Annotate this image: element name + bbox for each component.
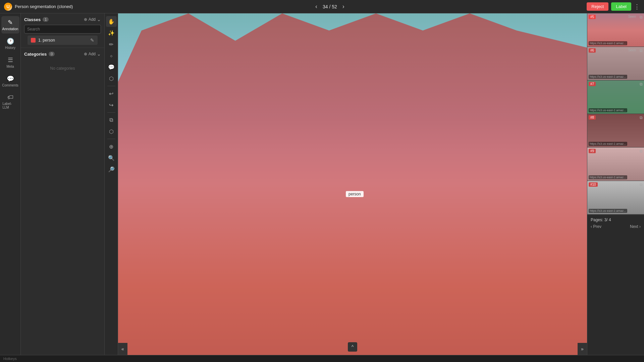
meta-icon: ☰ [8, 56, 13, 64]
logo: U [4, 3, 12, 11]
thumbnail-9[interactable]: #9 ⧉ https://s3.us-east-2.amaz... [587, 147, 644, 181]
thumb-badge-6: #6 [589, 48, 596, 53]
pagination-buttons: ‹ Prev Next › [591, 224, 641, 229]
tool-smart-button[interactable]: ✨ [106, 27, 117, 38]
sidebar-label-history: History [5, 46, 15, 50]
tool-separator-3 [107, 139, 115, 139]
canvas-area[interactable]: person « ^ » [118, 13, 587, 355]
thumb-badge-7: #7 [589, 82, 596, 86]
add-circle-icon: ⊕ [84, 17, 87, 22]
next-page-button[interactable]: Next › [630, 224, 641, 229]
thumb-seen-5: Seen [628, 15, 636, 18]
collapse-left-button[interactable]: « [118, 343, 127, 355]
thumb-copy-7[interactable]: ⧉ [640, 82, 643, 86]
label-button[interactable]: Label [611, 2, 631, 11]
thumb-copy-10[interactable]: ⧉ [640, 182, 643, 187]
sidebar-item-comments[interactable]: 💬 Comments [1, 72, 19, 90]
sidebar-item-history[interactable]: 🕐 History [1, 35, 19, 52]
tool-filter-button[interactable]: ⬡ [106, 73, 117, 84]
thumbnail-6[interactable]: #6 Seen ⧉ https://s3.us-east-2.amaz... [587, 47, 644, 80]
classes-actions: ⊕ Add ⌄ [84, 17, 101, 22]
sidebar-item-meta[interactable]: ☰ Meta [1, 54, 19, 71]
add-category-button[interactable]: ⊕ Add [84, 52, 96, 56]
tool-separator-2 [107, 112, 115, 113]
topbar-right: Reject Label ⋮ [587, 2, 640, 11]
categories-chevron-button[interactable]: ⌄ [97, 51, 101, 57]
right-panel-footer: Pages: 3/ 4 ‹ Prev Next › [587, 215, 644, 232]
sidebar-item-label-llm[interactable]: 🏷 Label-LLM [1, 91, 19, 112]
topbar: U Person segmentation (cloned) ‹ 34 / 52… [0, 0, 644, 13]
prev-image-button[interactable]: ‹ [314, 3, 319, 10]
class-name: 1. person [38, 38, 88, 43]
thumb-badge-10: #10 [589, 182, 598, 187]
categories-count: 0 [49, 52, 55, 56]
thumb-url-6: https://s3.us-east-2.amaz... [589, 75, 627, 79]
tool-erase-button[interactable]: ⬦ [106, 50, 117, 61]
sidebar-label-llm: Label-LLM [3, 102, 18, 109]
thumbnail-10[interactable]: #10 ⧉ https://s3.us-east-2.amaz... [587, 181, 644, 215]
prev-page-button[interactable]: ‹ Prev [591, 224, 601, 229]
next-image-button[interactable]: › [341, 3, 346, 10]
thumb-copy-5[interactable]: ⧉ [640, 15, 643, 19]
topbar-left: U Person segmentation (cloned) [4, 3, 73, 11]
thumbnail-7[interactable]: #7 ⧉ https://s3.us-east-2.amaz... [587, 80, 644, 114]
tool-separator-1 [107, 86, 115, 86]
tool-zoom-in-button[interactable]: 🔍 [106, 153, 117, 163]
left-sidebar: ✎ Annotation 🕐 History ☰ Meta 💬 Comments… [0, 13, 21, 355]
thumb-url-9: https://s3.us-east-2.amaz... [589, 175, 627, 179]
thumb-copy-6[interactable]: ⧉ [640, 48, 643, 53]
tool-copy-button[interactable]: ⧉ [106, 115, 117, 125]
thumb-url-8: https://s3.us-east-2.amaz... [589, 142, 627, 146]
annotation-icon: ✎ [8, 19, 13, 26]
thumbnail-5[interactable]: #5 Seen ⧉ https://s3.us-east-2.amaz... [587, 13, 644, 47]
canvas-image: person [118, 13, 587, 355]
thumb-badge-5: #5 [589, 15, 596, 19]
thumb-url-5: https://s3.us-east-2.amaz... [589, 41, 627, 45]
main-layout: ✎ Annotation 🕐 History ☰ Meta 💬 Comments… [0, 13, 644, 355]
history-icon: 🕐 [7, 38, 14, 45]
thumb-badge-8: #8 [589, 115, 596, 120]
class-color-swatch [31, 38, 36, 43]
tool-redo-button[interactable]: ↪ [106, 100, 117, 110]
classes-panel: Classes 1 ⊕ Add ⌄ 1. person ✎ [21, 13, 105, 355]
add-class-button[interactable]: ⊕ Add [84, 17, 96, 22]
sidebar-label-comments: Comments [2, 83, 18, 87]
classes-header-left: Classes 1 [24, 17, 49, 22]
categories-title: Categories [24, 52, 47, 57]
thumb-url-7: https://s3.us-east-2.amaz... [589, 108, 627, 112]
sidebar-item-annotation[interactable]: ✎ Annotation [1, 16, 19, 34]
tool-paste-button[interactable]: ⬡ [106, 126, 117, 137]
add-class-label: Add [89, 17, 96, 22]
thumb-seen-6: Seen [628, 48, 636, 52]
pages-info: Pages: 3/ 4 [591, 218, 641, 222]
label-llm-icon: 🏷 [7, 94, 13, 101]
tool-brush-button[interactable]: ✏ [106, 39, 117, 50]
classes-title: Classes [24, 17, 41, 22]
more-options-button[interactable]: ⋮ [634, 3, 640, 10]
tool-comment-button[interactable]: 💬 [106, 62, 117, 72]
tool-zoom-out-button[interactable]: 🔎 [106, 164, 117, 175]
thumb-badge-9: #9 [589, 149, 596, 153]
hotkeys-bar[interactable]: Hotkeys [0, 355, 644, 362]
canvas-up-button[interactable]: ^ [348, 342, 357, 352]
search-input[interactable] [24, 25, 101, 34]
classes-header: Classes 1 ⊕ Add ⌄ [24, 17, 101, 22]
categories-header-left: Categories 0 [24, 52, 55, 57]
comments-icon: 💬 [7, 75, 14, 82]
thumb-copy-8[interactable]: ⧉ [640, 115, 643, 120]
categories-section: Categories 0 ⊕ Add ⌄ No categories [21, 48, 104, 81]
edit-class-icon[interactable]: ✎ [90, 38, 94, 43]
classes-chevron-button[interactable]: ⌄ [97, 17, 101, 22]
thumb-copy-9[interactable]: ⧉ [640, 149, 643, 154]
tool-undo-button[interactable]: ↩ [106, 88, 117, 99]
collapse-right-button[interactable]: » [578, 343, 587, 355]
sidebar-label-meta: Meta [6, 65, 14, 68]
reject-button[interactable]: Reject [587, 2, 608, 11]
thumbnail-8[interactable]: #8 ⧉ https://s3.us-east-2.amaz... [587, 114, 644, 147]
thumb-url-10: https://s3.us-east-2.amaz... [589, 209, 627, 213]
tool-zoom-fit-button[interactable]: ⊕ [106, 141, 117, 152]
add-cat-label: Add [89, 52, 96, 56]
class-item-person[interactable]: 1. person ✎ [28, 36, 98, 45]
segmentation-overlay [118, 13, 587, 355]
tool-select-button[interactable]: ✋ [106, 16, 117, 27]
